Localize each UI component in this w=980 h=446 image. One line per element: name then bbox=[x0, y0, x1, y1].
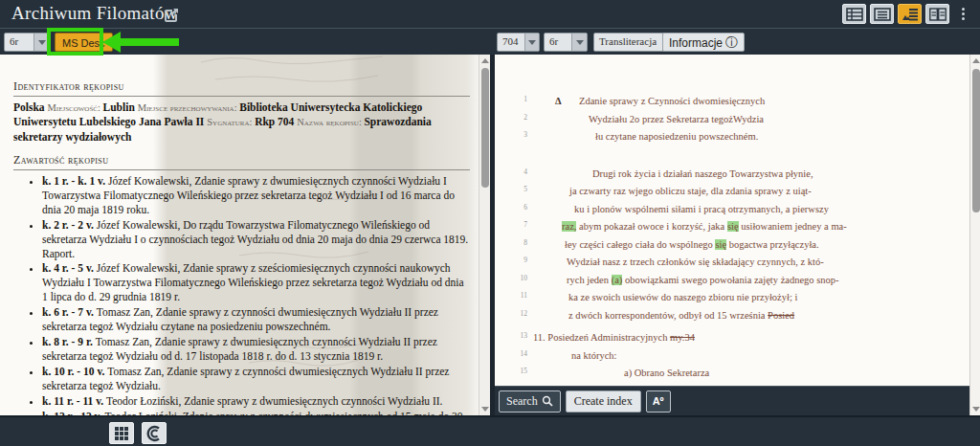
transcription-line[interactable]: 2Wydziału 2o przez Sekretarza tegożWydzi… bbox=[495, 109, 969, 127]
thumbnail-grid-button[interactable] bbox=[109, 422, 134, 444]
info-icon: ⓘ bbox=[725, 34, 738, 52]
highlighted-word: (a) bbox=[612, 275, 623, 285]
left-page-select-value: 6r bbox=[5, 33, 24, 51]
line-text: Drugi rok życia i działań naszego Towarz… bbox=[592, 168, 813, 179]
line-text: ja czwarty raz wjego obliczu staje, dla … bbox=[569, 186, 812, 196]
line-number: 6 bbox=[495, 203, 527, 212]
create-index-button[interactable]: Create index bbox=[566, 390, 641, 413]
annotation-highlight-box bbox=[47, 28, 103, 56]
line-text: rych jeden (a) obowiązkami swego powołan… bbox=[567, 275, 839, 285]
field-label: Nazwa rękopisu: bbox=[297, 117, 364, 127]
line-number: 10 bbox=[495, 274, 527, 282]
text-segment: Wydział nasz z trzech członków się skład… bbox=[567, 256, 824, 267]
line-number: 9 bbox=[495, 256, 527, 264]
transcription-line[interactable]: 1311. Posiedzeń Administracyjnych my.34 bbox=[495, 327, 969, 346]
left-page-select[interactable]: 6r bbox=[4, 33, 50, 52]
list-item: k. 1 r. - k. 1 v. Józef Kowalewski, Zdan… bbox=[42, 174, 470, 217]
transcription-line[interactable]: 14na których: bbox=[495, 346, 969, 364]
list-item: k. 10 r. - 10 v. Tomasz Zan, Zdanie spra… bbox=[42, 365, 470, 393]
right-panel-scrollbar[interactable] bbox=[969, 55, 980, 415]
folio-range: k. 11 r. - 11 v. bbox=[42, 395, 106, 407]
app-header: Archiwum Filomatów bbox=[0, 0, 980, 29]
annotation-arrow-head bbox=[102, 32, 121, 53]
text-segment: bogactwa przyłączyła. bbox=[726, 239, 819, 250]
chevron-down-icon bbox=[571, 33, 587, 51]
search-bar: Search Create index Aº bbox=[495, 386, 969, 415]
transcription-line[interactable]: 5ja czwarty raz wjego obliczu staje, dla… bbox=[495, 181, 969, 199]
right-page-select[interactable]: 6r bbox=[544, 33, 588, 52]
folio-range: k. 1 r. - k. 1 v. bbox=[42, 175, 108, 187]
document-select[interactable]: 704 bbox=[497, 33, 540, 52]
manuscript-description-panel: Identyfikator rękopisu Polska Miejscowoś… bbox=[0, 55, 490, 415]
transcription-line[interactable]: 4Drugi rok życia i działań naszego Towar… bbox=[495, 164, 969, 182]
transcription-line[interactable]: 9Wydział nasz z trzech członków się skła… bbox=[495, 252, 969, 270]
line-number: 4 bbox=[495, 167, 527, 176]
transcription-line[interactable]: 7raz, abym pokazał owoce i korzyść, jaka… bbox=[495, 216, 969, 234]
line-number: 2 bbox=[495, 113, 527, 122]
line-text: łu czytane naposiedzeniu powszechném. bbox=[595, 131, 758, 142]
field-label: Sygnatura: bbox=[207, 117, 255, 127]
text-segment: a) Obrano Sekretarza bbox=[624, 368, 709, 378]
scrollbar-thumb[interactable] bbox=[481, 68, 489, 188]
split-view-icon[interactable] bbox=[925, 4, 949, 24]
font-size-button[interactable]: Aº bbox=[646, 390, 671, 413]
text-view-icon[interactable] bbox=[870, 4, 894, 24]
line-number: 14 bbox=[495, 349, 527, 358]
list-item: k. 11 r. - 11 v. Teodor Łoziński, Zdanie… bbox=[42, 394, 470, 409]
document-select-value: 704 bbox=[498, 33, 524, 51]
transcription-line[interactable]: 1ΔZdanie sprawy z Czynności dwomiesięczn… bbox=[495, 91, 969, 109]
table-view-icon[interactable] bbox=[842, 4, 866, 24]
transcription-line[interactable]: 8łey części całego ciała do wspólnego si… bbox=[495, 234, 969, 253]
facsimile-text-view-icon[interactable] bbox=[898, 4, 922, 24]
struck-word: Posied bbox=[768, 310, 794, 321]
text-segment: z dwóch korrespondentów, odbył od 15 wrz… bbox=[568, 310, 768, 321]
annotation-arrow bbox=[120, 38, 179, 46]
text-segment: na których: bbox=[571, 350, 617, 361]
search-button[interactable]: Search bbox=[499, 390, 561, 413]
scroll-down-icon[interactable] bbox=[480, 404, 490, 414]
app-window: Archiwum Filomatów 6r MS Desc bbox=[0, 0, 980, 446]
kebab-menu-icon[interactable] bbox=[957, 4, 969, 24]
line-number: 8 bbox=[495, 238, 527, 247]
transcription-line[interactable]: 12z dwóch korrespondentów, odbył od 15 w… bbox=[495, 305, 969, 323]
text-segment: ja czwarty raz wjego obliczu staje, dla … bbox=[569, 186, 812, 196]
content-heading: Zawartość rękopisu bbox=[13, 153, 470, 170]
transcription-line[interactable]: 10rych jeden (a) obowiązkami swego powoł… bbox=[495, 270, 969, 288]
line-number: 15 bbox=[495, 367, 527, 375]
text-segment: ku i plonów wspólnemi siłami i pracą otr… bbox=[574, 204, 829, 214]
line-number: 1 bbox=[495, 95, 527, 103]
manuscript-description-content: Identyfikator rękopisu Polska Miejscowoś… bbox=[0, 55, 478, 415]
transcription-line[interactable]: 11ka ze swoich usiewów do naszego zbioru… bbox=[495, 287, 969, 305]
line-text: Wydział nasz z trzech członków się skład… bbox=[567, 256, 824, 267]
list-item: k. 4 r. - 5 v. Józef Kowalewski, Zdanie … bbox=[42, 261, 470, 304]
text-segment: łu czytane naposiedzeniu powszechném. bbox=[595, 131, 758, 142]
transcription-line[interactable]: 6ku i plonów wspólnemi siłami i pracą ot… bbox=[495, 199, 969, 217]
line-number: 5 bbox=[495, 185, 527, 193]
line-number: 3 bbox=[495, 130, 527, 139]
highlighted-word: się bbox=[727, 221, 739, 232]
scroll-up-icon[interactable] bbox=[480, 56, 490, 66]
view-toggle-group bbox=[842, 4, 969, 24]
left-panel-scrollbar[interactable] bbox=[479, 55, 490, 415]
struck-word: my.34 bbox=[670, 332, 695, 343]
text-segment: 11. Posiedzeń Administracyjnych bbox=[533, 332, 670, 343]
info-button[interactable]: Informacje ⓘ bbox=[662, 33, 745, 52]
text-segment: Zdanie sprawy z Czynności dwomiesięcznyc… bbox=[579, 96, 765, 106]
item-text: Tomasz Zan, Zdanie sprawy z dwumiesięczn… bbox=[42, 336, 437, 362]
line-text: na których: bbox=[571, 350, 617, 361]
folio-range: k. 6 r. - 7 v. bbox=[42, 306, 97, 318]
line-text: łey części całego ciała do wspólnego się… bbox=[565, 239, 819, 250]
transcription-line[interactable]: 15a) Obrano Sekretarza bbox=[495, 363, 969, 381]
scroll-down-icon[interactable] bbox=[971, 404, 980, 414]
transcription-line[interactable]: 3łu czytane naposiedzeniu powszechném. bbox=[495, 126, 969, 145]
text-segment: rych jeden bbox=[567, 275, 612, 285]
scrollbar-thumb[interactable] bbox=[972, 69, 980, 212]
logo-button[interactable] bbox=[142, 422, 167, 444]
info-button-label: Informacje bbox=[669, 36, 723, 50]
line-text: Wydziału 2o przez Sekretarza tegożWydzia bbox=[589, 114, 764, 124]
text-segment: abym pokazał owoce i korzyść, jaka bbox=[576, 221, 726, 232]
external-link-icon[interactable] bbox=[165, 8, 179, 22]
chevron-down-icon bbox=[524, 33, 540, 51]
scroll-up-icon[interactable] bbox=[971, 56, 980, 66]
page-title: Archiwum Filomatów bbox=[11, 3, 178, 24]
